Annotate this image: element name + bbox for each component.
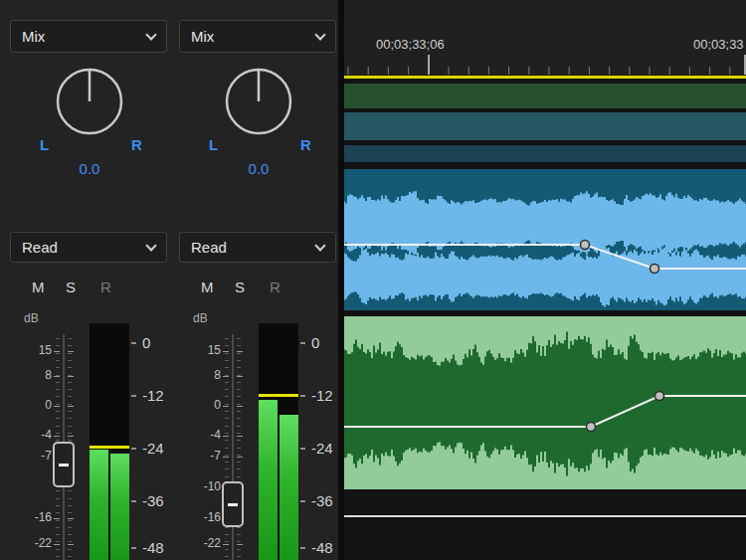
keyframe-handle[interactable] [581,241,590,250]
fader-tick [56,353,60,354]
fader-tick [237,549,241,550]
fader-tick [68,490,72,491]
fader-tick [56,426,60,427]
fader-tick [54,544,60,545]
fader-tick [68,541,72,542]
meter-tick [131,395,136,397]
fader-tick [225,389,229,390]
meter-scale-label: -24 [142,440,164,458]
fader-tick [56,404,60,405]
peak-indicator [90,446,129,449]
fader-tick [237,353,241,354]
keyframe-handle[interactable] [587,423,596,432]
fader-tick [237,462,241,463]
audio-track-3[interactable] [344,495,746,560]
meter-tick [131,500,136,502]
video-clip-track-2[interactable] [344,112,746,140]
level-meter [259,323,298,560]
fader-tick [237,404,241,405]
fader-tick [237,440,241,441]
fader-ticks [179,0,249,560]
fader-tick [237,396,241,397]
volume-rubber-band-a3[interactable] [344,515,746,517]
meter-tick [300,500,305,502]
fader-tick [68,549,72,550]
fader-tick [225,541,229,542]
fader-tick [237,476,241,477]
video-clip-track-3[interactable] [344,145,746,162]
fader-tick [56,345,60,346]
fader-tick [56,490,60,491]
time-ruler[interactable] [344,54,746,76]
fader-tick [223,436,229,437]
volume-rubber-band-a1[interactable] [344,169,746,310]
fader-tick [237,455,241,456]
meter-tick [131,448,136,450]
fader-tick [56,418,60,419]
meter-tick [300,342,305,344]
fader-tick [237,376,243,377]
fader-tick [225,549,229,550]
fader-tick [56,396,60,397]
video-clip-track-1[interactable] [344,84,746,108]
level-meter-bar-left [90,450,108,560]
audio-clip-track-2[interactable] [344,316,746,489]
volume-rubber-band-a2[interactable] [344,316,746,489]
level-meter-bar-right [280,415,298,560]
meter-tick [300,448,305,450]
fader-tick [68,411,72,412]
fader-tick [68,426,72,427]
fader-tick [56,411,60,412]
meter-tick [131,547,136,549]
fader-tick [225,411,229,412]
fader-tick [225,455,229,456]
keyframe-handle[interactable] [655,392,664,401]
fader-tick [68,498,72,499]
audio-clip-track-1[interactable] [344,169,746,310]
fader-tick [68,389,72,390]
fader-tick [237,338,241,339]
volume-fader-handle[interactable] [222,481,244,527]
meter-scale-label: -36 [311,492,333,510]
fader-tick [68,534,72,535]
volume-fader-handle[interactable] [53,442,75,487]
fader-tick [68,353,72,354]
fader-tick [68,351,74,352]
fader-tick [54,406,60,407]
fader-tick [225,353,229,354]
fader-tick [223,406,229,407]
meter-scale-label: -36 [142,492,164,510]
keyframe-handle[interactable] [651,265,659,274]
fader-tick [68,544,74,545]
record-arm-button[interactable]: R [270,279,280,295]
work-area-bar[interactable] [344,76,746,79]
fader-tick [56,433,60,434]
fader-tick [225,367,229,368]
fader-tick [68,345,72,346]
fader-tick [237,468,241,469]
fader-tick [225,345,229,346]
fader-tick [68,527,72,528]
fader-tick [225,382,229,383]
fader-tick [68,360,72,361]
fader-tick [225,476,229,477]
fader-tick [68,556,72,557]
fader-tick [237,389,241,390]
channel-strip-1: Mix L R 0.0 Read M S R dB 1580-4-7-16-22… [10,0,169,560]
fader-tick [237,448,241,449]
fader-tick [223,351,229,352]
fader-tick [56,505,60,506]
fader-tick [56,549,60,550]
fader-tick [56,527,60,528]
fader-tick [225,433,229,434]
fader-tick [56,338,60,339]
fader-tick [237,527,241,528]
record-arm-button[interactable]: R [100,279,111,295]
meter-scale-label: 0 [142,334,150,352]
fader-tick [68,520,72,521]
fader-tick [68,518,74,519]
fader-tick [225,360,229,361]
fader-tick [237,411,241,412]
fader-tick [56,389,60,390]
fader-tick [56,556,60,557]
